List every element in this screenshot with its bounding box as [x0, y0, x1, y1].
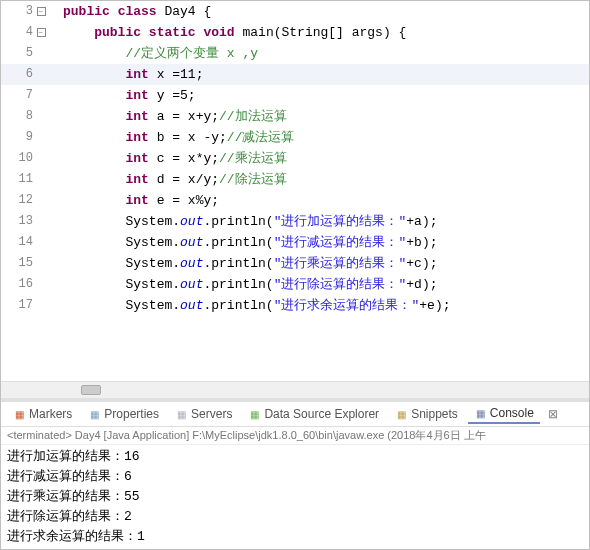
tab-label: Snippets: [411, 407, 458, 421]
view-tabs: ▦Markers▦Properties▦Servers▦Data Source …: [1, 402, 589, 427]
code-line[interactable]: 5 //定义两个变量 x ,y: [1, 43, 589, 64]
console-output: 进行加运算的结果：16进行减运算的结果：6进行乘运算的结果：55进行除运算的结果…: [1, 445, 589, 549]
token-cls: .println(: [203, 277, 273, 292]
code-content[interactable]: int d = x/y;//除法运算: [63, 169, 589, 190]
code-content[interactable]: int b = x -y;//减法运算: [63, 127, 589, 148]
code-line[interactable]: 11 int d = x/y;//除法运算: [1, 169, 589, 190]
tab-console[interactable]: ▦Console: [468, 404, 540, 424]
tab-markers[interactable]: ▦Markers: [7, 405, 78, 423]
code-content[interactable]: System.out.println("进行减运算的结果："+b);: [63, 232, 589, 253]
code-line[interactable]: 15 System.out.println("进行乘运算的结果："+c);: [1, 253, 589, 274]
tab-icon: ▦: [474, 407, 487, 420]
token-cls: System.: [125, 235, 180, 250]
token-cls: System.: [125, 298, 180, 313]
console-line: 进行除运算的结果：2: [7, 507, 583, 527]
token-kw: class: [118, 4, 157, 19]
token-cm: //除法运算: [219, 172, 287, 187]
tab-label: Data Source Explorer: [264, 407, 379, 421]
gutter: 14: [1, 232, 63, 253]
code-content[interactable]: int y =5;: [63, 85, 589, 106]
line-number: 7: [1, 85, 35, 106]
token-cm: //加法运算: [219, 109, 287, 124]
token-bt: int: [125, 172, 148, 187]
token-cls: System.: [125, 256, 180, 271]
code-content[interactable]: int x =11;: [63, 64, 589, 85]
code-content[interactable]: System.out.println("进行除运算的结果："+d);: [63, 274, 589, 295]
token-str: "进行加运算的结果：: [274, 214, 399, 229]
code-line[interactable]: 6 int x =11;: [1, 64, 589, 85]
token-cls: +c);: [406, 256, 437, 271]
code-content[interactable]: int a = x+y;//加法运算: [63, 106, 589, 127]
token-bt: void: [203, 25, 234, 40]
code-content[interactable]: int e = x%y;: [63, 190, 589, 211]
code-content[interactable]: //定义两个变量 x ,y: [63, 43, 589, 64]
code-content[interactable]: System.out.println("进行加运算的结果："+a);: [63, 211, 589, 232]
code-line[interactable]: 12 int e = x%y;: [1, 190, 589, 211]
token-st: out: [180, 256, 203, 271]
token-cls: .println(: [203, 256, 273, 271]
gutter: 5: [1, 43, 63, 64]
token-cm: //定义两个变量 x ,y: [125, 46, 258, 61]
token-cls: +b);: [406, 235, 437, 250]
tab-properties[interactable]: ▦Properties: [82, 405, 165, 423]
gutter: 12: [1, 190, 63, 211]
code-content[interactable]: System.out.println("进行乘运算的结果："+c);: [63, 253, 589, 274]
gutter: 6: [1, 64, 63, 85]
tab-icon: ▦: [88, 408, 101, 421]
gutter: 9: [1, 127, 63, 148]
token-bt: int: [125, 193, 148, 208]
token-kw: public: [94, 25, 141, 40]
token-cls: main(String[] args) {: [243, 25, 407, 40]
code-line[interactable]: 16 System.out.println("进行除运算的结果："+d);: [1, 274, 589, 295]
token-bt: int: [125, 88, 148, 103]
fold-gutter[interactable]: −: [35, 7, 47, 16]
tab-icon: ▦: [248, 408, 261, 421]
token-st: out: [180, 298, 203, 313]
fold-gutter[interactable]: −: [35, 28, 47, 37]
line-number: 5: [1, 43, 35, 64]
code-line[interactable]: 13 System.out.println("进行加运算的结果："+a);: [1, 211, 589, 232]
code-line[interactable]: 3−public class Day4 {: [1, 1, 589, 22]
token-cls: .println(: [203, 298, 273, 313]
horizontal-scrollbar[interactable]: [1, 381, 589, 398]
token-cls: +a);: [406, 214, 437, 229]
code-line[interactable]: 17 System.out.println("进行求余运算的结果："+e);: [1, 295, 589, 316]
code-line[interactable]: 10 int c = x*y;//乘法运算: [1, 148, 589, 169]
code-content[interactable]: int c = x*y;//乘法运算: [63, 148, 589, 169]
token-str: "进行乘运算的结果：: [274, 256, 399, 271]
token-cls: +e);: [419, 298, 450, 313]
code-line[interactable]: 9 int b = x -y;//减法运算: [1, 127, 589, 148]
gutter: 16: [1, 274, 63, 295]
tab-label: Servers: [191, 407, 232, 421]
tab-icon: ▦: [395, 408, 408, 421]
scrollbar-thumb[interactable]: [81, 385, 101, 395]
code-content[interactable]: System.out.println("进行求余运算的结果："+e);: [63, 295, 589, 316]
line-number: 9: [1, 127, 35, 148]
token-cm: //减法运算: [227, 130, 295, 145]
fold-collapse-icon[interactable]: −: [37, 7, 46, 16]
code-content[interactable]: public class Day4 {: [63, 1, 589, 22]
code-line[interactable]: 14 System.out.println("进行减运算的结果："+b);: [1, 232, 589, 253]
console-line: 进行乘运算的结果：55: [7, 487, 583, 507]
token-st: out: [180, 214, 203, 229]
tab-servers[interactable]: ▦Servers: [169, 405, 238, 423]
tab-snippets[interactable]: ▦Snippets: [389, 405, 464, 423]
code-line[interactable]: 4− public static void main(String[] args…: [1, 22, 589, 43]
tabs-overflow-icon[interactable]: ⊠: [548, 407, 558, 421]
gutter: 13: [1, 211, 63, 232]
code-line[interactable]: 7 int y =5;: [1, 85, 589, 106]
code-line[interactable]: 8 int a = x+y;//加法运算: [1, 106, 589, 127]
gutter: 10: [1, 148, 63, 169]
gutter: 8: [1, 106, 63, 127]
editor-pane[interactable]: 3−public class Day4 {4− public static vo…: [1, 1, 589, 381]
line-number: 13: [1, 211, 35, 232]
line-number: 14: [1, 232, 35, 253]
code-content[interactable]: public static void main(String[] args) {: [63, 22, 589, 43]
gutter: 7: [1, 85, 63, 106]
token-str: "进行减运算的结果：: [274, 235, 399, 250]
line-number: 10: [1, 148, 35, 169]
tab-data-source-explorer[interactable]: ▦Data Source Explorer: [242, 405, 385, 423]
fold-collapse-icon[interactable]: −: [37, 28, 46, 37]
tab-label: Markers: [29, 407, 72, 421]
gutter: 4−: [1, 22, 63, 43]
